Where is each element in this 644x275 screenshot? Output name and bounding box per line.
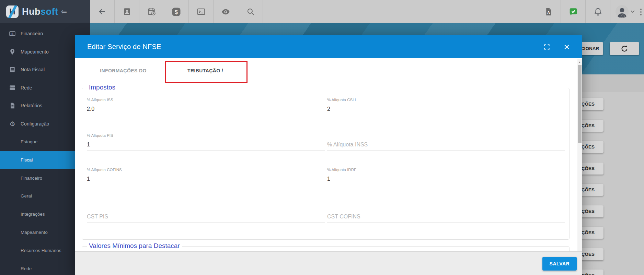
- sidebar-item-label: Rede: [21, 85, 32, 91]
- terminal-icon: [197, 7, 206, 16]
- pdf-button[interactable]: A: [536, 0, 561, 23]
- scroll-up-icon[interactable]: ▲: [577, 61, 582, 64]
- user-menu-button[interactable]: [610, 0, 640, 23]
- chat-check-icon: [569, 7, 578, 16]
- valores-minimos-card: Valores Mínimos para Destacar: [82, 246, 570, 251]
- sidebar-item-label: Nota Fiscal: [21, 67, 45, 72]
- field-label: [327, 205, 565, 211]
- sidebar-item-label: Mapeamento: [21, 49, 49, 55]
- modal-title: Editar Serviço de NFSE: [87, 43, 540, 51]
- chevron-down-icon: [631, 10, 635, 13]
- eye-icon: [221, 7, 230, 16]
- field-label: % Alíquota ISS: [87, 98, 325, 103]
- schedule-button[interactable]: [139, 0, 164, 23]
- money-icon: $: [9, 30, 16, 37]
- field-cst-cofins: [327, 205, 565, 223]
- kebab-menu-icon[interactable]: [638, 6, 644, 18]
- modal-tab-bar: INFORMAÇÕES DO SERVIÇO TRIBUTAÇÃO / IMPO…: [75, 58, 582, 83]
- fullscreen-icon: [543, 44, 550, 50]
- clients-button[interactable]: [115, 0, 139, 23]
- aliquota-iss-input[interactable]: [87, 105, 325, 115]
- monitoring-button[interactable]: [214, 0, 238, 23]
- sidebar-collapse-icon[interactable]: ⇐: [61, 8, 67, 16]
- search-button[interactable]: [238, 0, 263, 23]
- field-aliquota-iss: % Alíquota ISS: [87, 98, 325, 115]
- aliquota-cofins-input[interactable]: [87, 175, 325, 185]
- gear-icon: ⚙: [9, 120, 16, 127]
- server-icon: [9, 84, 16, 91]
- dollar-icon: $: [172, 7, 181, 16]
- modal-footer: SALVAR: [75, 251, 582, 275]
- section-legend-impostos: Impostos: [87, 84, 117, 91]
- logo: H Hubsoft ⇐: [0, 0, 90, 23]
- close-button[interactable]: [560, 40, 574, 54]
- section-legend-valores-minimos: Valores Mínimos para Destacar: [87, 242, 182, 250]
- edit-nfse-modal: Editar Serviço de NFSE INFORMAÇÕES DO SE…: [75, 35, 582, 275]
- toolbar-left: $: [90, 0, 263, 23]
- terminal-button[interactable]: [189, 0, 214, 23]
- save-button[interactable]: SALVAR: [542, 257, 577, 271]
- sidebar-item-label: Relatórios: [21, 103, 42, 108]
- field-aliquota-pis: % Alíquota PIS: [87, 133, 325, 151]
- aliquota-pis-input[interactable]: [87, 140, 325, 151]
- tab-informacoes-do-servico[interactable]: INFORMAÇÕES DO SERVIÇO: [90, 58, 157, 83]
- bell-icon: [594, 7, 602, 16]
- field-label: % Alíquota PIS: [87, 133, 325, 139]
- aliquota-inss-input[interactable]: [327, 140, 565, 151]
- modal-content: Impostos % Alíquota ISS % Alíquota CSLL …: [75, 83, 582, 251]
- svg-text:A: A: [547, 11, 550, 14]
- toolbar-right: A: [536, 0, 640, 23]
- background-panel-header: [582, 74, 644, 92]
- svg-text:$: $: [11, 32, 13, 36]
- aliquota-irrf-input[interactable]: [327, 175, 565, 185]
- svg-text:$: $: [175, 9, 178, 15]
- report-file-icon: [9, 102, 16, 109]
- map-pin-icon: [9, 48, 16, 55]
- field-label: [327, 133, 565, 139]
- field-label: % Alíquota IRRF: [327, 168, 565, 173]
- field-aliquota-cofins: % Alíquota COFINS: [87, 168, 325, 185]
- field-label: % Alíquota COFINS: [87, 168, 325, 173]
- close-icon: [563, 44, 570, 50]
- refresh-button[interactable]: [610, 42, 639, 55]
- fullscreen-button[interactable]: [540, 40, 554, 54]
- field-aliquota-csll: % Alíquota CSLL: [327, 98, 565, 115]
- modal-header: Editar Serviço de NFSE: [75, 35, 582, 58]
- back-button[interactable]: [90, 0, 115, 23]
- tab-tributacao-impostos[interactable]: TRIBUTAÇÃO / IMPOSTOS: [175, 58, 235, 83]
- impostos-card: Impostos % Alíquota ISS % Alíquota CSLL …: [82, 88, 570, 240]
- sidebar-item-label: Configuração: [21, 121, 49, 127]
- field-aliquota-inss: [327, 133, 565, 151]
- hubsoft-logo-icon: H: [6, 5, 19, 18]
- avatar: [616, 5, 629, 18]
- cst-cofins-input[interactable]: [327, 212, 565, 223]
- scrollbar-thumb[interactable]: [578, 65, 582, 143]
- support-chat-button[interactable]: [561, 0, 585, 23]
- sidebar-item-label: Financeiro: [21, 31, 43, 36]
- arrow-back-icon: [98, 8, 106, 16]
- document-icon: [9, 66, 16, 73]
- field-label: % Alíquota CSLL: [327, 98, 565, 103]
- field-aliquota-irrf: % Alíquota IRRF: [327, 168, 565, 185]
- app-screen: CIONAR ÇÕES ÇÕES ÇÕES ÇÕES ÇÕES ÇÕES ÇÕE…: [0, 0, 644, 275]
- billing-button[interactable]: $: [164, 0, 189, 23]
- cst-pis-input[interactable]: [87, 212, 325, 223]
- modal-scrollbar[interactable]: ▲ ▼: [577, 59, 582, 275]
- contact-card-icon: [123, 7, 131, 16]
- pdf-file-icon: A: [544, 8, 553, 16]
- search-icon: [246, 7, 255, 16]
- field-cst-pis: [87, 205, 325, 223]
- calendar-clock-icon: [147, 7, 156, 16]
- notifications-button[interactable]: [585, 0, 610, 23]
- field-label: [87, 205, 325, 211]
- refresh-icon: [621, 45, 628, 52]
- aliquota-csll-input[interactable]: [327, 105, 565, 115]
- logo-text: Hubsoft: [22, 7, 58, 17]
